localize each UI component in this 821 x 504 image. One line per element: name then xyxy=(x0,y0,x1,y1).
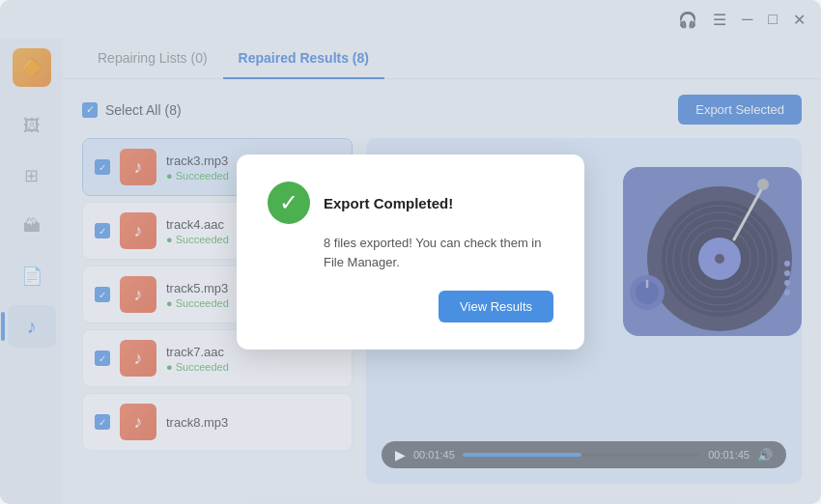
view-results-button[interactable]: View Results xyxy=(439,291,553,322)
export-completed-modal: ✓ Export Completed! 8 files exported! Yo… xyxy=(237,154,584,350)
modal-header: ✓ Export Completed! xyxy=(268,182,553,224)
modal-title: Export Completed! xyxy=(324,195,453,211)
modal-footer: View Results xyxy=(268,291,553,322)
modal-overlay: ✓ Export Completed! 8 files exported! Yo… xyxy=(0,0,821,504)
modal-message: 8 files exported! You can check them in … xyxy=(324,234,553,271)
success-icon: ✓ xyxy=(268,182,310,224)
app-window: 🎧 ☰ ─ □ ✕ 🔶 🖼 ⊞ 🏔 📄 ♪ xyxy=(0,0,821,504)
